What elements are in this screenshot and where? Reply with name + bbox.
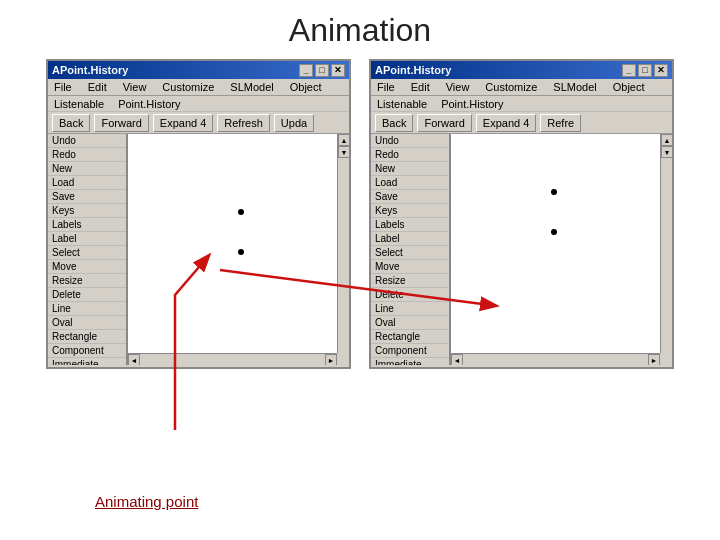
menu-customize-right[interactable]: Customize [483,81,539,93]
list-item[interactable]: Redo [48,148,126,162]
scroll-right-right[interactable]: ► [648,354,660,365]
menu-file-right[interactable]: File [375,81,397,93]
scrollbar-h-right[interactable]: ◄ ► [451,353,660,365]
toolbar-left: Back Forward Expand 4 Refresh Upda [48,112,349,134]
refresh-btn-right[interactable]: Refre [540,114,581,132]
main-area-left: Undo Redo New Load Save Keys Labels Labe… [48,134,349,365]
scroll-down-right[interactable]: ▼ [661,146,672,158]
list-item[interactable]: Line [48,302,126,316]
main-area-right: Undo Redo New Load Save Keys Labels Labe… [371,134,672,365]
list-item[interactable]: Delete [371,288,449,302]
listenable-label-right: Listenable [377,98,427,110]
menu-file-left[interactable]: File [52,81,74,93]
minimize-btn-right[interactable]: _ [622,64,636,77]
list-item[interactable]: Keys [371,204,449,218]
point-history-label-left: Point.History [118,98,180,110]
title-buttons-right: _ □ ✕ [622,64,668,77]
list-item[interactable]: Labels [48,218,126,232]
list-item[interactable]: Load [371,176,449,190]
menu-edit-left[interactable]: Edit [86,81,109,93]
scroll-up-left[interactable]: ▲ [338,134,349,146]
list-item[interactable]: Save [48,190,126,204]
forward-btn-left[interactable]: Forward [94,114,148,132]
update-btn-left[interactable]: Upda [274,114,314,132]
list-item[interactable]: Delete [48,288,126,302]
expand4-btn-left[interactable]: Expand 4 [153,114,213,132]
list-item[interactable]: New [371,162,449,176]
maximize-btn-right[interactable]: □ [638,64,652,77]
list-item[interactable]: Redo [371,148,449,162]
scroll-left-left[interactable]: ◄ [128,354,140,365]
menu-object-left[interactable]: Object [288,81,324,93]
menu-object-right[interactable]: Object [611,81,647,93]
list-item[interactable]: Immediate [371,358,449,365]
animating-label[interactable]: Animating point [95,493,198,510]
menu-bar-right: File Edit View Customize SLModel Object [371,79,672,96]
back-btn-right[interactable]: Back [375,114,413,132]
list-item[interactable]: Component [48,344,126,358]
title-bar-right: APoint.History _ □ ✕ [371,61,672,79]
forward-btn-right[interactable]: Forward [417,114,471,132]
refresh-btn-left[interactable]: Refresh [217,114,270,132]
list-item[interactable]: Immediate [48,358,126,365]
list-item[interactable]: Component [371,344,449,358]
scroll-down-left[interactable]: ▼ [338,146,349,158]
title-bar-left: APoint.History _ □ ✕ [48,61,349,79]
scroll-right-left[interactable]: ► [325,354,337,365]
list-item[interactable]: Labels [371,218,449,232]
list-left: Undo Redo New Load Save Keys Labels Labe… [48,134,128,365]
listenable-label-left: Listenable [54,98,104,110]
list-item[interactable]: Line [371,302,449,316]
list-item[interactable]: Oval [48,316,126,330]
list-item[interactable]: Label [48,232,126,246]
title-left: APoint.History [52,64,128,76]
list-item[interactable]: Oval [371,316,449,330]
canvas-left: ▲ ▼ ◄ ► [128,134,349,365]
list-item[interactable]: Move [48,260,126,274]
menu-view-right[interactable]: View [444,81,472,93]
point-history-label-right: Point.History [441,98,503,110]
list-item[interactable]: Move [371,260,449,274]
minimize-btn-left[interactable]: _ [299,64,313,77]
list-item[interactable]: Undo [371,134,449,148]
back-btn-left[interactable]: Back [52,114,90,132]
scrollbar-h-left[interactable]: ◄ ► [128,353,337,365]
title-right: APoint.History [375,64,451,76]
menu-slmodel-left[interactable]: SLModel [228,81,275,93]
close-btn-left[interactable]: ✕ [331,64,345,77]
toolbar-right: Back Forward Expand 4 Refre [371,112,672,134]
list-right: Undo Redo New Load Save Keys Labels Labe… [371,134,451,365]
list-item[interactable]: New [48,162,126,176]
list-item[interactable]: Undo [48,134,126,148]
list-item[interactable]: Label [371,232,449,246]
dot-right-2 [551,229,557,235]
list-items-right: Undo Redo New Load Save Keys Labels Labe… [371,134,449,365]
menu-customize-left[interactable]: Customize [160,81,216,93]
list-item[interactable]: Load [48,176,126,190]
list-item[interactable]: Resize [48,274,126,288]
page-title: Animation [0,0,720,59]
menu-edit-right[interactable]: Edit [409,81,432,93]
menu-slmodel-right[interactable]: SLModel [551,81,598,93]
expand4-btn-right[interactable]: Expand 4 [476,114,536,132]
scroll-up-right[interactable]: ▲ [661,134,672,146]
list-item[interactable]: Resize [371,274,449,288]
title-buttons-left: _ □ ✕ [299,64,345,77]
list-item[interactable]: Select [48,246,126,260]
maximize-btn-left[interactable]: □ [315,64,329,77]
list-item[interactable]: Save [371,190,449,204]
scrollbar-v-left[interactable]: ▲ ▼ [337,134,349,353]
list-item[interactable]: Keys [48,204,126,218]
window-right: APoint.History _ □ ✕ File Edit View Cust… [369,59,674,369]
scroll-left-right[interactable]: ◄ [451,354,463,365]
list-item[interactable]: Rectangle [371,330,449,344]
scrollbar-v-right[interactable]: ▲ ▼ [660,134,672,353]
list-item[interactable]: Rectangle [48,330,126,344]
dot-left-1 [238,209,244,215]
close-btn-right[interactable]: ✕ [654,64,668,77]
menu-view-left[interactable]: View [121,81,149,93]
windows-container: APoint.History _ □ ✕ File Edit View Cust… [0,59,720,369]
list-item[interactable]: Select [371,246,449,260]
canvas-right: ▲ ▼ ◄ ► [451,134,672,365]
scroll-corner-right [660,353,672,365]
